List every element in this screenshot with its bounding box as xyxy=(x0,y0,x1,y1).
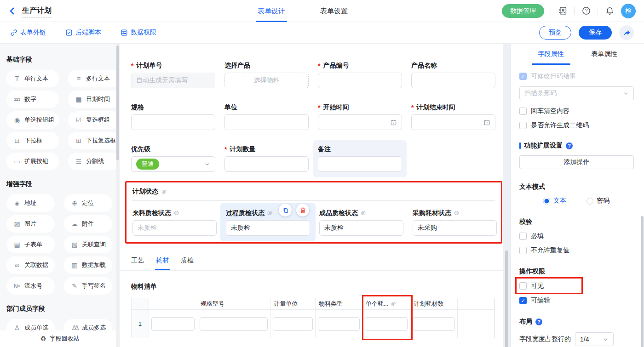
field-plan-no[interactable]: *计划单号 自动生成无需填写 xyxy=(131,61,215,88)
contacts-book-icon[interactable] xyxy=(558,6,568,16)
cell-input[interactable] xyxy=(200,317,268,331)
data-manage-button[interactable]: 数据管理 xyxy=(502,4,544,18)
subtab-quality[interactable]: 质检 xyxy=(181,256,194,270)
field-type-checkbox-group[interactable]: ☑复选框组 xyxy=(68,111,120,129)
help-question-icon[interactable]: ? xyxy=(566,142,573,149)
field-incoming-qc-status[interactable]: 来料质检状态 未质检 xyxy=(132,209,217,236)
tab-field-properties[interactable]: 字段属性 xyxy=(538,44,564,65)
end-time-input[interactable]: 7 xyxy=(411,114,495,130)
field-select-product[interactable]: 选择产品 选择物料 xyxy=(224,61,309,88)
field-finished-qc-status[interactable]: 成品质检状态 未质检 xyxy=(319,209,403,236)
help-question-icon[interactable]: ? xyxy=(535,319,542,325)
checkbox-visible[interactable] xyxy=(519,282,527,290)
field-end-time[interactable]: *计划结束时间 7 xyxy=(411,103,495,130)
unit-input[interactable] xyxy=(224,114,309,130)
field-type-location[interactable]: ⊕定位 xyxy=(64,194,112,212)
plan-status-section[interactable]: 计划状态 来料质检状态 未质检 xyxy=(125,181,502,244)
field-type-multi-text[interactable]: ≡多行文本 xyxy=(68,70,120,87)
checkbox-editable[interactable] xyxy=(519,297,527,304)
option-no-duplicate[interactable]: 不允许重复值 xyxy=(519,246,634,255)
form-external-link[interactable]: 表单外链 xyxy=(10,28,46,37)
field-type-number[interactable]: 123数字 xyxy=(6,91,59,108)
field-type-serial-number[interactable]: №流水号 xyxy=(6,277,55,295)
cell-input[interactable] xyxy=(151,317,195,331)
field-type-image[interactable]: ▨图片 xyxy=(6,215,55,233)
option-editable[interactable]: 可编辑 xyxy=(519,296,634,305)
sidebar-scrollbar-track[interactable] xyxy=(116,44,120,347)
cell-input[interactable] xyxy=(273,317,313,331)
plan-qty-input[interactable] xyxy=(224,156,309,172)
notification-bell-icon[interactable] xyxy=(604,6,615,16)
incoming-qc-input[interactable]: 未质检 xyxy=(132,220,217,236)
field-type-divider[interactable]: ☰分割线 xyxy=(68,153,120,170)
field-type-relation-data[interactable]: ∞关联数据 xyxy=(6,256,55,274)
purchase-status-input[interactable]: 未采购 xyxy=(413,220,497,236)
option-visible[interactable]: 可见 xyxy=(519,282,634,290)
share-button[interactable] xyxy=(619,25,634,40)
field-type-data-load[interactable]: ▥数据加载 xyxy=(64,256,112,274)
field-spec[interactable]: 规格 xyxy=(131,103,215,130)
field-type-attachment[interactable]: ☁附件 xyxy=(64,215,112,233)
tab-form-design[interactable]: 表单设计 xyxy=(258,0,285,22)
field-type-signature[interactable]: ✎手写签名 xyxy=(64,277,112,295)
field-type-single-text[interactable]: T单行文本 xyxy=(6,70,59,87)
scan-mode-select[interactable]: 扫描条形码 xyxy=(519,86,634,100)
process-qc-input[interactable]: 未质检 xyxy=(226,220,310,236)
panel-scrollbar-thumb[interactable] xyxy=(641,216,644,347)
start-time-input[interactable]: 7 xyxy=(318,114,402,130)
radio-password[interactable]: 密码 xyxy=(586,197,610,205)
backend-script-link[interactable]: 后端脚本 xyxy=(65,28,101,37)
preview-button[interactable]: 预览 xyxy=(539,26,571,40)
canvas-scrollbar-thumb[interactable] xyxy=(505,250,508,347)
user-avatar[interactable]: 检 xyxy=(621,4,636,18)
save-button[interactable]: 保存 xyxy=(579,26,612,40)
field-product-name[interactable]: 产品名称 xyxy=(411,61,495,88)
field-type-multi-dropdown[interactable]: ⊞下拉复选框 xyxy=(68,132,120,149)
product-name-input[interactable] xyxy=(411,73,495,88)
back-button[interactable] xyxy=(8,7,17,15)
checkbox-required[interactable] xyxy=(519,233,527,240)
field-type-radio-group[interactable]: ◉单选按钮组 xyxy=(6,111,59,129)
option-allow-qrcode[interactable]: 是否允许生成二维码 xyxy=(519,121,634,130)
spec-input[interactable] xyxy=(131,114,215,130)
option-scan-editable[interactable]: 可修改扫码结果 xyxy=(519,72,634,80)
remark-input[interactable] xyxy=(318,156,402,172)
subtab-craft[interactable]: 工艺 xyxy=(131,256,144,270)
delete-field-button[interactable] xyxy=(296,204,309,216)
cell-input[interactable] xyxy=(365,317,408,331)
subtab-consumables[interactable]: 耗材 xyxy=(156,256,169,270)
plan-no-input[interactable]: 自动生成无需填写 xyxy=(131,73,215,88)
field-recycle-bin[interactable]: ♻ 字段回收站 xyxy=(0,330,120,347)
field-type-address[interactable]: ◈地址 xyxy=(6,194,55,212)
field-unit[interactable]: 单位 xyxy=(224,103,309,130)
checkbox-no-duplicate[interactable] xyxy=(519,247,527,254)
field-start-time[interactable]: *开始时间 7 xyxy=(318,103,402,130)
sidebar-scrollbar-thumb[interactable] xyxy=(116,46,119,160)
field-type-dropdown[interactable]: ⊟下拉框 xyxy=(6,132,59,149)
option-required[interactable]: 必填 xyxy=(519,232,634,240)
cell-input[interactable] xyxy=(318,317,360,331)
field-product-no[interactable]: *产品编号 xyxy=(318,61,402,88)
copy-field-button[interactable] xyxy=(279,204,292,216)
option-enter-clear[interactable]: 回车清空内容 xyxy=(519,107,634,115)
field-type-relation-query[interactable]: ▧关联查询 xyxy=(64,236,112,253)
cell-input[interactable] xyxy=(413,317,455,331)
finished-qc-input[interactable]: 未质检 xyxy=(319,220,403,236)
priority-select[interactable]: 普通 xyxy=(131,156,215,172)
help-icon[interactable]: ? xyxy=(581,6,591,16)
field-remark[interactable]: 备注 xyxy=(313,140,407,177)
checkbox-enter-clear[interactable] xyxy=(519,108,527,115)
field-purchase-status[interactable]: 采购耗材状态 未采购 xyxy=(413,209,497,236)
product-no-input[interactable] xyxy=(318,73,402,88)
field-type-datetime[interactable]: ▦日期时间 xyxy=(68,91,120,108)
field-process-qc-status[interactable]: 过程质检状态 未质检 xyxy=(220,203,316,241)
data-permission-link[interactable]: 数据权限 xyxy=(121,28,156,37)
add-action-button[interactable]: 添加操作 xyxy=(519,155,634,169)
select-material-button[interactable]: 选择物料 xyxy=(224,73,309,88)
tab-form-settings[interactable]: 表单设置 xyxy=(320,0,348,22)
field-type-extend-button[interactable]: ▭扩展按钮 xyxy=(6,153,59,170)
field-type-subform[interactable]: ▤子表单 xyxy=(6,236,55,253)
field-width-select[interactable]: 1/4 xyxy=(575,332,614,346)
field-priority[interactable]: 优先级 普通 xyxy=(131,145,215,172)
radio-text[interactable]: 文本 xyxy=(543,197,566,205)
